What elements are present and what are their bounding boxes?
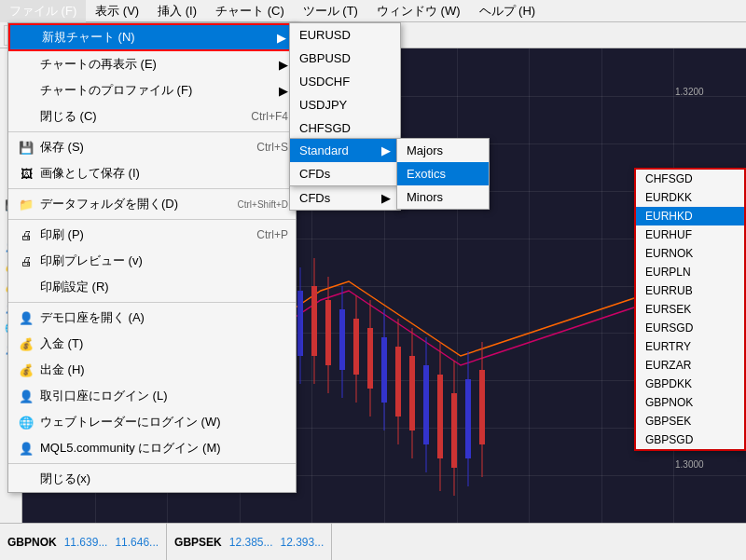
- menu-view[interactable]: 表示 (V): [86, 0, 148, 22]
- svg-rect-78: [437, 375, 443, 458]
- svg-rect-75: [423, 365, 429, 444]
- submenu-eurusd[interactable]: EURUSD: [290, 23, 400, 47]
- menu-file[interactable]: ファイル (F): [0, 0, 86, 22]
- svg-rect-72: [409, 356, 415, 430]
- menu-item-printsettings[interactable]: 印刷設定 (R): [8, 274, 296, 300]
- submenu-chfsgd[interactable]: CHFSGD: [290, 116, 400, 140]
- svg-rect-66: [381, 337, 387, 403]
- exotic-eurnok[interactable]: EURNOK: [636, 244, 744, 263]
- separator-5: [8, 463, 296, 464]
- folder-icon: 📁: [16, 198, 36, 212]
- menu-window[interactable]: ウィンドウ (W): [367, 0, 470, 22]
- svg-rect-69: [395, 347, 401, 417]
- separator-3: [8, 219, 296, 220]
- menu-item-close[interactable]: 閉じる (C) Ctrl+F4: [8, 103, 296, 130]
- exotic-gbpsek[interactable]: GBPSEK: [636, 412, 744, 430]
- exotic-eurzar[interactable]: EURZAR: [636, 356, 744, 375]
- exotic-eurdkk[interactable]: EURDKK: [636, 188, 744, 207]
- withdraw-icon: 💰: [16, 363, 36, 377]
- save-icon: 💾: [16, 141, 36, 155]
- menu-item-exit[interactable]: 閉じる(x): [8, 466, 296, 492]
- std-exotics[interactable]: Exotics: [397, 162, 489, 185]
- exotic-eursgd[interactable]: EURSGD: [636, 319, 744, 337]
- status-gbpsek: GBPSEK 12.385... 12.393...: [167, 524, 332, 561]
- menu-item-profile[interactable]: チャートのプロファイル (F) ▶: [8, 77, 296, 103]
- menu-item-printpreview[interactable]: 🖨 印刷プレビュー (v): [8, 248, 296, 274]
- svg-rect-48: [297, 291, 303, 356]
- cfds-arrow: ▶: [381, 191, 391, 205]
- submenu-usdchf[interactable]: USDCHF: [290, 70, 400, 93]
- file-menu-dropdown: 新規チャート (N) ▶ チャートの再表示 (E) ▶ チャートのプロファイル …: [7, 22, 297, 493]
- menu-item-newchart[interactable]: 新規チャート (N) ▶: [8, 23, 296, 51]
- svg-rect-87: [479, 370, 485, 444]
- separator-2: [8, 188, 296, 189]
- forex-submenu: Standard ▶ CFDs: [289, 138, 401, 186]
- print-icon: 🖨: [16, 228, 36, 242]
- saveimage-icon: 🖼: [16, 167, 36, 181]
- menu-item-print[interactable]: 🖨 印刷 (P) Ctrl+P: [8, 222, 296, 248]
- menu-item-saveas-image[interactable]: 🖼 画像として保存 (I): [8, 160, 296, 186]
- exotic-gbpnok[interactable]: GBPNOK: [636, 393, 744, 412]
- separator-4: [8, 302, 296, 303]
- svg-rect-84: [465, 379, 471, 458]
- forex-standard[interactable]: Standard ▶: [290, 139, 400, 162]
- deposit-icon: 💰: [16, 337, 36, 351]
- exotic-eurrub[interactable]: EURRUB: [636, 281, 744, 300]
- menu-item-datafolder[interactable]: 📁 データフォルダを開く(D) Ctrl+Shift+D: [8, 191, 296, 217]
- status-gbpnok: GBPNOK 11.639... 11.646...: [0, 524, 167, 561]
- menubar: ファイル (F) 表示 (V) 挿入 (I) チャート (C) ツール (T) …: [0, 0, 746, 22]
- menu-item-withdraw[interactable]: 💰 出金 (H): [8, 357, 296, 383]
- web-login-icon: 🌐: [16, 416, 36, 430]
- std-majors[interactable]: Majors: [397, 139, 489, 162]
- svg-rect-81: [451, 393, 457, 468]
- submenu-usdjpy[interactable]: USDJPY: [290, 93, 400, 116]
- menu-item-save[interactable]: 💾 保存 (S) Ctrl+S: [8, 134, 296, 160]
- exotic-chfsgd[interactable]: CHFSGD: [636, 170, 744, 188]
- svg-rect-51: [311, 286, 317, 356]
- submenu-cfds[interactable]: CFDs ▶: [290, 186, 400, 210]
- svg-rect-60: [353, 319, 359, 375]
- menu-item-demo[interactable]: 👤 デモ口座を開く (A): [8, 305, 296, 331]
- exotic-gbpdkk[interactable]: GBPDKK: [636, 375, 744, 393]
- separator-1: [8, 131, 296, 132]
- svg-rect-63: [367, 328, 373, 389]
- menu-chart[interactable]: チャート (C): [206, 0, 294, 22]
- exotic-gbpsgd[interactable]: GBPSGD: [636, 430, 744, 449]
- exotic-eurpln[interactable]: EURPLN: [636, 263, 744, 281]
- menu-insert[interactable]: 挿入 (I): [148, 0, 206, 22]
- menu-item-login-mql5[interactable]: 👤 MQL5.community にログイン (M): [8, 435, 296, 461]
- svg-rect-57: [339, 309, 345, 370]
- printpreview-icon: 🖨: [16, 254, 36, 268]
- exotics-panel: CHFSGD EURDKK EURHKD EURHUF EURNOK EURPL…: [634, 168, 746, 451]
- exotic-eursek[interactable]: EURSEK: [636, 300, 744, 319]
- svg-text:1.3200: 1.3200: [675, 87, 704, 97]
- svg-rect-54: [325, 300, 331, 365]
- standard-submenu: Majors Exotics Minors: [396, 138, 490, 210]
- std-minors[interactable]: Minors: [397, 185, 489, 209]
- standard-arrow: ▶: [381, 143, 391, 157]
- menu-item-login-web[interactable]: 🌐 ウェブトレーダーにログイン (W): [8, 409, 296, 435]
- demo-icon: 👤: [16, 311, 36, 325]
- menu-item-deposit[interactable]: 💰 入金 (T): [8, 331, 296, 357]
- statusbar: GBPNOK 11.639... 11.646... GBPSEK 12.385…: [0, 523, 746, 560]
- forex-cfds[interactable]: CFDs: [290, 162, 400, 185]
- menu-tools[interactable]: ツール (T): [294, 0, 367, 22]
- submenu-gbpusd[interactable]: GBPUSD: [290, 47, 400, 70]
- account-login-icon: 👤: [16, 389, 36, 403]
- mql5-login-icon: 👤: [16, 442, 36, 456]
- menu-item-redisplay[interactable]: チャートの再表示 (E) ▶: [8, 51, 296, 77]
- exotic-eurhuf[interactable]: EURHUF: [636, 225, 744, 244]
- exotic-eurhkd[interactable]: EURHKD: [636, 207, 744, 225]
- menu-help[interactable]: ヘルプ (H): [470, 0, 546, 22]
- svg-text:1.3000: 1.3000: [675, 459, 704, 470]
- exotic-eurtry[interactable]: EURTRY: [636, 337, 744, 356]
- menu-item-login-account[interactable]: 👤 取引口座にログイン (L): [8, 383, 296, 409]
